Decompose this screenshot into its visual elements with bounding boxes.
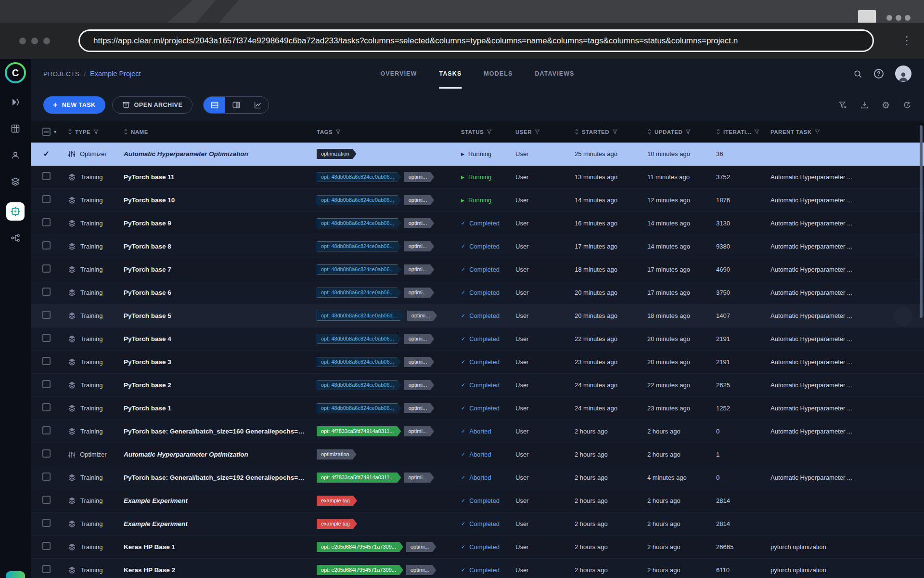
task-row[interactable]: TrainingPyTorch base: General/batch_size… [31,466,924,489]
search-icon[interactable] [853,69,862,79]
task-tag[interactable]: optimi... [404,288,435,298]
task-tag[interactable]: opt: 4f7833ca5fd74914a0311... [317,473,401,483]
task-tag[interactable]: opt: 48db0b8a6c824ce0ab06... [317,172,401,182]
download-icon[interactable] [860,101,869,109]
task-tag[interactable]: opt: 4f7833ca5fd74914a0311... [317,426,401,436]
task-tag[interactable]: optimi... [404,172,435,182]
column-header-started[interactable]: STARTED [575,129,647,135]
task-tag[interactable]: optimization [317,449,357,460]
task-tag[interactable]: opt: 48db0b8a6c824ce0ab06... [317,241,401,251]
column-header-iterations[interactable]: ITERATI... [716,129,770,135]
task-parent[interactable]: Automatic Hyperparameter ... [770,428,914,435]
column-filter-icon[interactable] [754,129,759,134]
task-name[interactable]: PyTorch base 5 [124,312,317,319]
task-parent[interactable]: Automatic Hyperparameter ... [770,220,914,227]
row-checkbox[interactable] [42,519,51,527]
task-tag[interactable]: opt: 48db0b8a6c824ce0ab06... [317,195,401,205]
column-header-user[interactable]: USER [515,129,575,135]
nav-projects-icon[interactable] [11,96,20,108]
task-parent[interactable]: Automatic Hyperparameter ... [770,381,914,389]
select-all-caret-icon[interactable]: ▾ [54,129,57,134]
task-parent[interactable]: pytorch optimization [770,543,914,551]
row-checkbox[interactable] [42,565,51,573]
row-checkbox[interactable] [42,403,51,411]
open-archive-button[interactable]: OPEN ARCHIVE [112,96,193,114]
task-row[interactable]: TrainingPyTorch base 11opt: 48db0b8a6c82… [31,166,924,189]
task-name[interactable]: PyTorch base 3 [124,358,317,366]
task-tag[interactable]: opt: 48db0b8a6c824ce0ab06... [317,380,401,390]
task-tag[interactable]: opt: 48db0b8a6c824ce0ab06... [317,288,401,298]
task-name[interactable]: PyTorch base 11 [124,173,317,181]
column-filter-icon[interactable] [93,129,99,134]
row-checkbox[interactable] [42,449,51,458]
task-tag[interactable]: optimi... [404,357,435,367]
task-row[interactable]: TrainingPyTorch base 5opt: 48db0b8a6c824… [31,304,924,328]
settings-gear-icon[interactable]: ⚙ [882,101,890,110]
row-checkbox[interactable] [42,542,51,550]
task-tag[interactable]: optimi... [407,311,437,321]
task-row[interactable]: TrainingExample Experimentexample tag✓Co… [31,489,924,512]
row-checkbox[interactable] [42,357,51,365]
help-icon[interactable]: ? [874,69,884,79]
sort-icon[interactable] [68,129,72,135]
task-tag[interactable]: optimi... [406,542,436,552]
select-all-checkbox[interactable] [42,128,51,136]
task-tag[interactable]: opt: 48db0b8a6c824ce0ab06d... [317,311,404,321]
task-tag[interactable]: optimi... [404,264,435,275]
task-name[interactable]: PyTorch base 10 [124,197,317,204]
task-parent[interactable]: Automatic Hyperparameter ... [770,474,914,481]
task-name[interactable]: Example Experiment [124,520,317,527]
task-parent[interactable]: Automatic Hyperparameter ... [770,335,914,342]
task-tag[interactable]: opt: 48db0b8a6c824ce0ab06... [317,334,401,344]
task-name[interactable]: PyTorch base 7 [124,266,317,273]
task-tag[interactable]: optimi... [404,241,435,251]
breadcrumb-projects[interactable]: PROJECTS [43,70,79,78]
task-name[interactable]: Keras HP Base 1 [124,543,317,551]
task-tag[interactable]: opt: 48db0b8a6c824ce0ab06... [317,218,401,228]
task-row[interactable]: TrainingPyTorch base 6opt: 48db0b8a6c824… [31,281,924,304]
task-row[interactable]: TrainingPyTorch base: General/batch_size… [31,420,924,443]
task-tag[interactable]: optimi... [404,218,435,228]
task-row[interactable]: TrainingPyTorch base 1opt: 48db0b8a6c824… [31,397,924,420]
task-name[interactable]: Example Experiment [124,497,317,504]
task-row[interactable]: TrainingKeras HP Base 2opt: e205d684f795… [31,559,924,578]
nav-pipelines-icon[interactable] [11,176,20,187]
column-header-updated[interactable]: UPDATED [647,129,716,135]
column-header-type[interactable]: TYPE [68,129,124,135]
column-filter-icon[interactable] [487,129,492,134]
task-tag[interactable]: optimi... [406,565,436,575]
nav-applications-icon[interactable] [6,202,25,221]
browser-menu-icon[interactable]: ⋮ [901,33,912,48]
clearml-logo[interactable]: C [5,62,26,83]
breadcrumb-current-project[interactable]: Example Project [90,70,141,78]
task-name[interactable]: PyTorch base: General/batch_size=160 Gen… [124,428,317,435]
tab-overview[interactable]: OVERVIEW [380,59,417,89]
task-row[interactable]: ✓OptimizerAutomatic Hyperparameter Optim… [31,143,924,166]
task-row[interactable]: TrainingPyTorch base 8opt: 48db0b8a6c824… [31,235,924,258]
task-parent[interactable]: Automatic Hyperparameter ... [770,405,914,412]
task-parent[interactable]: Automatic Hyperparameter ... [770,173,914,181]
refresh-icon[interactable] [903,101,911,109]
tab-models[interactable]: MODELS [484,59,513,89]
task-tag[interactable]: opt: 48db0b8a6c824ce0ab06... [317,403,401,413]
task-parent[interactable]: Automatic Hyperparameter ... [770,266,914,273]
address-bar[interactable]: https://app.clear.ml/projects/2043a1657f… [78,29,874,52]
task-row[interactable]: TrainingPyTorch base 2opt: 48db0b8a6c824… [31,374,924,397]
task-name[interactable]: PyTorch base 8 [124,243,317,250]
task-tag[interactable]: optimi... [404,380,435,390]
task-row[interactable]: TrainingPyTorch base 3opt: 48db0b8a6c824… [31,351,924,374]
browser-window-button[interactable] [858,10,876,23]
row-checkbox[interactable] [42,288,51,296]
row-checkbox[interactable] [42,311,51,319]
task-name[interactable]: Automatic Hyperparameter Optimization [124,451,317,458]
task-parent[interactable]: pytorch optimization [770,566,914,574]
column-filter-icon[interactable] [335,129,341,134]
task-parent[interactable]: Automatic Hyperparameter ... [770,197,914,204]
new-task-button[interactable]: + NEW TASK [43,96,105,114]
row-checkbox[interactable] [42,264,51,273]
task-name[interactable]: PyTorch base: General/batch_size=192 Gen… [124,474,317,481]
task-name[interactable]: Keras HP Base 2 [124,566,317,574]
row-checkbox[interactable] [42,380,51,388]
nav-workers-icon[interactable] [11,149,20,161]
vertical-scrollbar[interactable] [920,125,923,318]
